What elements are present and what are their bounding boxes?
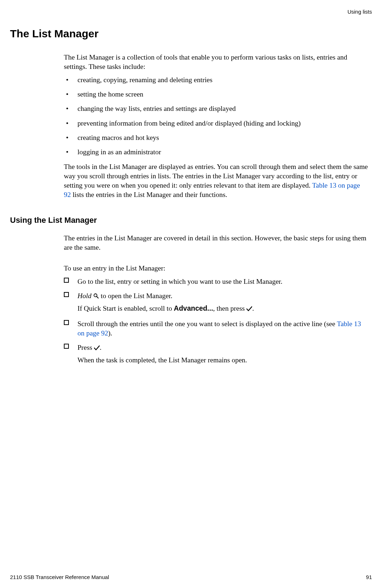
step-note: When the task is completed, the List Man… xyxy=(77,356,369,365)
note-text: . xyxy=(252,305,254,312)
checkbox-icon xyxy=(64,320,69,325)
checkbox-icon xyxy=(64,292,69,297)
bullet-item: creating, copying, renaming and deleting… xyxy=(64,75,369,85)
subsection-body: The entries in the List Manager are cove… xyxy=(64,234,369,365)
para-text: lists the entries in the List Manager an… xyxy=(71,191,227,198)
page: Using lists The List Manager The List Ma… xyxy=(0,0,382,588)
bullet-item: changing the way lists, entries and sett… xyxy=(64,104,369,113)
checkbox-icon xyxy=(64,344,69,349)
step-item: Press . When the task is completed, the … xyxy=(64,343,369,365)
step-item: Hold to open the List Manager. If Quick … xyxy=(64,291,369,314)
step-item: Scroll through the entries until the one… xyxy=(64,319,369,338)
subsection-title: Using the List Manager xyxy=(10,216,372,225)
svg-line-1 xyxy=(96,296,98,298)
bullet-item: logging in as an administrator xyxy=(64,147,369,157)
step-text: ). xyxy=(108,329,112,337)
check-icon xyxy=(246,305,252,314)
section-title: The List Manager xyxy=(10,28,372,40)
note-text: , then press xyxy=(213,305,246,312)
intro-paragraph: The List Manager is a collection of tool… xyxy=(64,53,369,72)
step-text: Go to the list, entry or setting in whic… xyxy=(77,278,282,285)
check-icon xyxy=(94,344,100,353)
page-footer: 2110 SSB Transceiver Reference Manual 91 xyxy=(10,574,372,580)
hold-label: Hold xyxy=(77,292,91,300)
running-head: Using lists xyxy=(10,9,372,15)
step-item: Go to the list, entry or setting in whic… xyxy=(64,277,369,286)
note-text: If Quick Start is enabled, scroll to xyxy=(77,305,174,312)
bullet-item: preventing information from being edited… xyxy=(64,119,369,128)
task-bullet-list: creating, copying, renaming and deleting… xyxy=(64,75,369,157)
step-note: If Quick Start is enabled, scroll to Adv… xyxy=(77,304,369,314)
step-text: Press xyxy=(77,344,94,351)
procedure-lead: To use an entry in the List Manager: xyxy=(64,264,369,273)
manual-title: 2110 SSB Transceiver Reference Manual xyxy=(10,574,109,580)
subsection-intro: The entries in the List Manager are cove… xyxy=(64,234,369,253)
checkbox-icon xyxy=(64,278,69,283)
magnifier-icon xyxy=(93,292,99,301)
bullet-item: creating macros and hot keys xyxy=(64,133,369,142)
explanation-paragraph: The tools in the List Manager are displa… xyxy=(64,162,369,200)
step-text: Scroll through the entries until the one… xyxy=(77,320,337,328)
step-text: . xyxy=(100,344,102,351)
advanced-label: Advanced... xyxy=(174,304,213,312)
page-number: 91 xyxy=(366,574,372,580)
procedure-steps: Go to the list, entry or setting in whic… xyxy=(64,277,369,365)
section-body: The List Manager is a collection of tool… xyxy=(64,53,369,200)
bullet-item: setting the home screen xyxy=(64,90,369,99)
step-text: to open the List Manager. xyxy=(99,292,173,300)
